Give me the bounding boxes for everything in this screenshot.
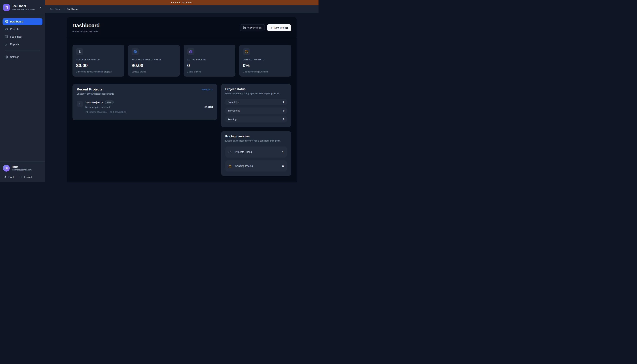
stat-label: REVENUE CAPTURED <box>76 59 121 61</box>
pricing-overview-title: Pricing overview <box>225 135 287 138</box>
sidebar-item-dashboard[interactable]: Dashboard <box>2 18 42 25</box>
project-description: No description provided. <box>86 106 202 108</box>
logout-button[interactable]: Logout <box>20 176 32 178</box>
theme-toggle-button[interactable]: Light <box>4 176 14 178</box>
project-deliverables: 1 deliverables <box>113 111 126 113</box>
sidebar-item-label: Fee Finder <box>10 35 22 38</box>
pricing-value: 0 <box>282 164 284 168</box>
bar-chart-icon <box>5 42 8 46</box>
new-project-label: New Project <box>274 26 288 29</box>
stat-card-revenue: REVENUE CAPTURED $0.00 Confirmed across … <box>72 44 124 76</box>
stat-caption: Confirmed across completed projects <box>76 70 121 73</box>
page-title: Dashboard <box>72 22 100 28</box>
stat-caption: 0 completed engagements <box>243 70 288 73</box>
project-index: 1 <box>77 101 83 107</box>
user-email: thehhare@gmail.com <box>12 169 32 171</box>
sun-icon <box>4 176 7 178</box>
sidebar-item-projects[interactable]: Projects <box>2 26 42 32</box>
breadcrumb-current: Dashboard <box>67 8 78 10</box>
app-root: Fee Finder Made with love by S, K & H Da… <box>0 0 318 182</box>
recent-projects-title: Recent Projects <box>77 88 114 91</box>
recent-projects-card: Recent Projects Snapshot of your latest … <box>72 84 217 120</box>
project-price: $1,848 <box>205 106 213 108</box>
sidebar-item-settings[interactable]: Settings <box>2 54 42 60</box>
sidebar-collapse-button[interactable] <box>39 6 42 9</box>
sidebar-item-label: Reports <box>10 43 19 46</box>
status-label: Pending <box>228 118 237 121</box>
project-status-subtitle: Monitor where each engagement lives in y… <box>225 92 287 95</box>
calculator-icon <box>5 35 8 38</box>
view-projects-button[interactable]: View Projects <box>240 24 265 31</box>
sidebar-item-label: Settings <box>10 56 19 58</box>
sidebar-divider <box>5 50 40 51</box>
main-column: ALPHA STAGE Fee Finder Dashboard Dashboa… <box>45 0 318 182</box>
status-row-in-progress: In Progress 0 <box>225 107 287 114</box>
sidebar-item-reports[interactable]: Reports <box>2 41 42 48</box>
chevron-right-icon <box>63 8 65 10</box>
dashboard-body: Recent Projects Snapshot of your latest … <box>67 76 297 182</box>
dashboard-panel: Dashboard Friday, October 10, 2025 View … <box>67 17 297 182</box>
calendar-icon <box>86 111 88 113</box>
dollar-icon <box>76 48 83 55</box>
logout-icon <box>20 176 23 178</box>
avatar: HH <box>3 165 10 172</box>
app-tagline: Made with love by S, K & H <box>12 8 34 10</box>
folder-open-icon <box>5 28 8 31</box>
sidebar-item-label: Projects <box>10 28 19 30</box>
stat-label: ACTIVE PIPELINE <box>187 59 232 61</box>
user-profile: HH Haris thehhare@gmail.com <box>3 165 42 172</box>
stat-caption: 1 total projects <box>187 70 232 73</box>
sidebar-header: Fee Finder Made with love by S, K & H <box>0 0 45 15</box>
sidebar: Fee Finder Made with love by S, K & H Da… <box>0 0 45 182</box>
project-status-card: Project status Monitor where each engage… <box>221 84 291 127</box>
status-row-completed: Completed 0 <box>225 99 287 105</box>
view-all-label: View all <box>202 88 210 91</box>
status-badge: Draft <box>105 100 114 104</box>
stat-label: COMPLETION RATE <box>243 59 288 61</box>
gear-icon <box>5 56 8 59</box>
stat-value: $0.00 <box>76 63 121 68</box>
pricing-row-awaiting-pricing: Awaiting Pricing 0 <box>225 160 287 172</box>
theme-label: Light <box>8 176 14 178</box>
project-list-item[interactable]: 1 Test Project 2 Draft No description pr… <box>77 100 213 113</box>
logout-label: Logout <box>24 176 32 178</box>
new-project-button[interactable]: New Project <box>267 24 291 31</box>
view-projects-label: View Projects <box>248 26 262 29</box>
pricing-row-projects-priced: Projects Priced 1 <box>225 146 287 158</box>
breadcrumb: Fee Finder Dashboard <box>45 5 318 13</box>
status-value: 0 <box>283 109 284 112</box>
stat-value: 0% <box>243 63 288 68</box>
pricing-label: Awaiting Pricing <box>235 164 279 168</box>
sidebar-item-fee-finder[interactable]: Fee Finder <box>2 33 42 40</box>
status-label: In Progress <box>228 109 240 112</box>
sidebar-nav: Dashboard Projects Fee Finder Reports <box>0 15 45 61</box>
stat-value: 0 <box>187 63 232 68</box>
status-value: 0 <box>283 100 284 104</box>
view-all-link[interactable]: View all <box>202 88 213 91</box>
content-area: Dashboard Friday, October 10, 2025 View … <box>45 13 318 182</box>
page-date: Friday, October 10, 2025 <box>72 30 100 33</box>
calculator-icon <box>4 6 8 9</box>
project-name: Test Project 2 <box>86 101 103 104</box>
stat-value: $0.00 <box>132 63 176 68</box>
app-name: Fee Finder <box>12 4 34 8</box>
pricing-overview-card: Pricing overview Ensure each scoped proj… <box>221 131 291 176</box>
check-circle-icon <box>228 150 232 154</box>
stat-card-completion-rate: COMPLETION RATE 0% 0 completed engagemen… <box>239 44 291 76</box>
app-title-block: Fee Finder Made with love by S, K & H <box>12 4 34 10</box>
pricing-label: Projects Priced <box>235 150 279 154</box>
alpha-stage-banner: ALPHA STAGE <box>45 0 318 5</box>
stat-caption: 1 priced project <box>132 70 176 73</box>
pricing-value: 1 <box>282 150 284 154</box>
stat-label: AVERAGE PROJECT VALUE <box>132 59 176 61</box>
breadcrumb-root[interactable]: Fee Finder <box>50 8 61 10</box>
recent-projects-subtitle: Snapshot of your latest engagements <box>77 92 114 95</box>
user-name: Haris <box>12 166 32 168</box>
status-label: Completed <box>228 101 239 104</box>
target-icon <box>110 111 112 113</box>
check-circle-icon <box>243 48 250 55</box>
plus-icon <box>270 26 273 29</box>
target-icon <box>132 48 139 55</box>
project-created: Created 10/7/2025 <box>89 111 107 113</box>
right-column: Project status Monitor where each engage… <box>221 84 291 176</box>
